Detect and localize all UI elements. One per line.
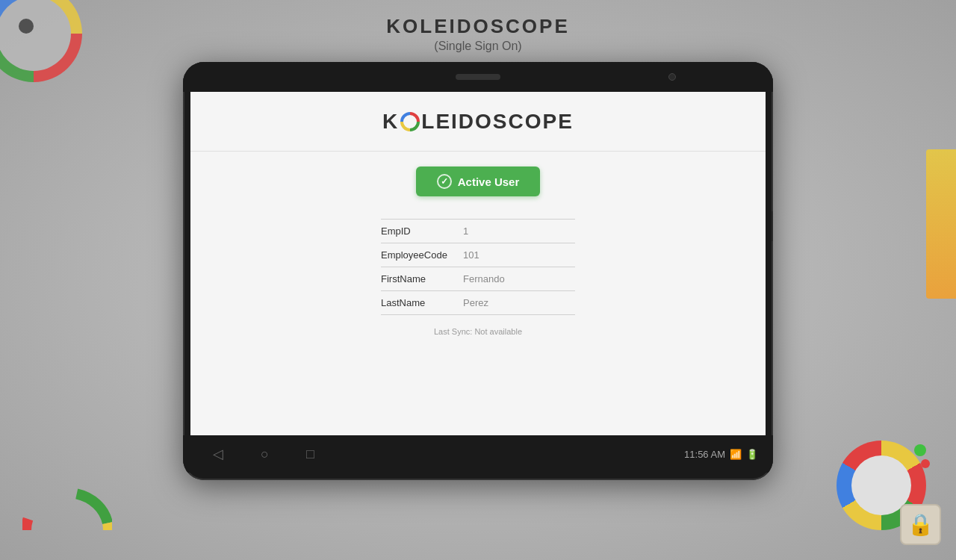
logo-k: K xyxy=(382,110,399,134)
tablet-top-bezel xyxy=(183,62,773,92)
field-label-1: EmployeeCode xyxy=(381,249,463,261)
field-value-2: Fernando xyxy=(463,273,575,284)
table-row: LastName Perez xyxy=(381,291,575,315)
tablet-screen: K LEIDOSCOPE ✓ Active User xyxy=(190,92,766,435)
tablet-frame: K LEIDOSCOPE ✓ Active User xyxy=(183,62,773,480)
deco-right xyxy=(881,149,956,299)
page-title-area: KOLEIDOSCOPE (Single Sign On) xyxy=(386,15,569,53)
svg-point-0 xyxy=(26,493,108,530)
field-label-2: FirstName xyxy=(381,273,463,284)
field-value-1: 101 xyxy=(463,249,575,261)
field-label-0: EmpID xyxy=(381,225,463,237)
page-title: KOLEIDOSCOPE xyxy=(386,15,569,38)
table-row: EmpID 1 xyxy=(381,219,575,243)
recents-button[interactable]: □ xyxy=(306,447,314,462)
back-button[interactable]: ◁ xyxy=(213,446,223,462)
deco-bottom-right: 🔒 xyxy=(836,441,934,538)
field-value-0: 1 xyxy=(463,225,575,237)
page-subtitle: (Single Sign On) xyxy=(386,40,569,53)
tablet-side-button xyxy=(772,211,773,241)
field-value-3: Perez xyxy=(463,297,575,308)
home-button[interactable]: ○ xyxy=(261,447,269,462)
table-row: FirstName Fernando xyxy=(381,267,575,291)
logo-container: K LEIDOSCOPE xyxy=(382,110,574,134)
deco-bottom-left xyxy=(22,478,112,538)
wifi-icon: 📶 xyxy=(730,449,742,460)
field-label-3: LastName xyxy=(381,297,463,308)
table-row: EmployeeCode 101 xyxy=(381,243,575,267)
lock-icon: 🔒 xyxy=(900,504,941,545)
nav-buttons: ◁ ○ □ xyxy=(198,446,684,462)
speaker xyxy=(456,74,500,80)
last-sync: Last Sync: Not available xyxy=(434,327,522,336)
tablet-bottom-bezel: ◁ ○ □ 11:56 AM 📶 🔋 xyxy=(183,435,773,473)
battery-icon: 🔋 xyxy=(746,449,758,460)
logo-ring xyxy=(400,111,420,132)
active-user-label: Active User xyxy=(458,175,520,188)
screen-content: ✓ Active User EmpID 1 EmployeeCode 101 F… xyxy=(190,152,766,435)
camera xyxy=(668,73,676,81)
screen-header: K LEIDOSCOPE xyxy=(190,92,766,152)
form-table: EmpID 1 EmployeeCode 101 FirstName Ferna… xyxy=(381,219,575,315)
status-time: 11:56 AM xyxy=(684,449,725,460)
active-user-button[interactable]: ✓ Active User xyxy=(416,167,541,196)
check-icon: ✓ xyxy=(437,174,452,189)
deco-top-left xyxy=(0,0,97,97)
status-bar: 11:56 AM 📶 🔋 xyxy=(684,449,758,460)
logo-rest: LEIDOSCOPE xyxy=(421,110,574,134)
